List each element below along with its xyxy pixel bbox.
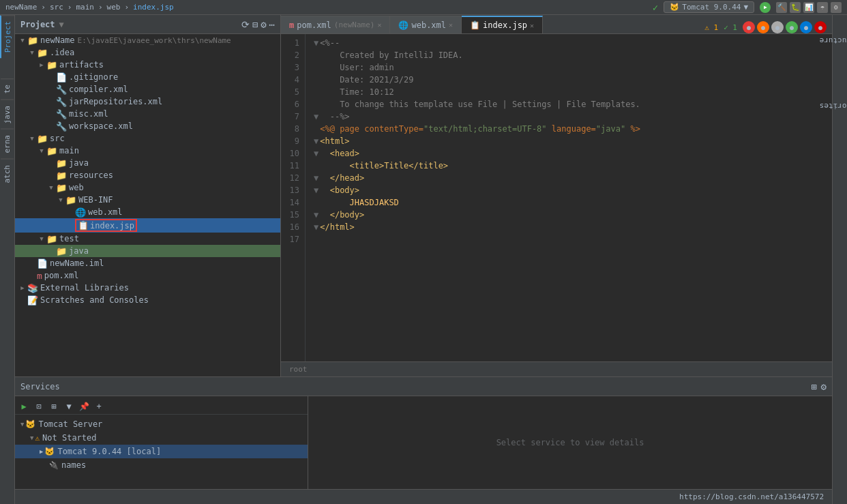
svc-item-tomcat-local[interactable]: ▶ 🐱 Tomcat 9.0.44 [local]: [15, 445, 308, 458]
status-bar: https://blog.csdn.net/a136447572: [15, 489, 832, 504]
breadcrumb-project[interactable]: newName: [5, 3, 37, 12]
opera-icon[interactable]: ●: [814, 21, 827, 33]
tree-item-misc[interactable]: 🔧 misc.xml: [15, 108, 280, 120]
breadcrumb-main[interactable]: main: [76, 3, 94, 12]
tomcat-server-icon: 🐱: [25, 419, 35, 429]
code-editor[interactable]: ▼<%-- Created by IntelliJ IDEA. User: ad…: [306, 34, 832, 361]
edge-icon[interactable]: ●: [800, 21, 812, 33]
stop-all-btn[interactable]: ⊡: [33, 400, 45, 413]
top-bar-right: ✓ 🐱 Tomcat 9.0.44 ▼ 🔨 🐛 📊 ☂ ⚙: [653, 1, 842, 13]
tomcat-selector[interactable]: 🐱 Tomcat 9.0.44 ▼: [664, 1, 754, 13]
build-icon[interactable]: 🔨: [776, 2, 787, 13]
coverage-icon[interactable]: ☂: [817, 2, 828, 13]
tab-close-pom[interactable]: ✕: [377, 21, 381, 29]
pin-btn[interactable]: 📌: [78, 400, 90, 413]
left-sidebar-tabs: Project te java erna atch: [0, 15, 15, 504]
tree-arrow: ▼: [27, 49, 37, 56]
tree-item-test[interactable]: ▼ 📁 test: [15, 233, 280, 245]
svc-item-not-started[interactable]: ▼ ⚠ Not Started: [15, 431, 308, 445]
scratches-icon: 📝: [27, 295, 38, 306]
tree-item-webxml[interactable]: 🌐 web.xml: [15, 206, 280, 218]
tree-item-jarrepo[interactable]: 🔧 jarRepositories.xml: [15, 95, 280, 108]
selected-file-highlight: 📋 index.jsp: [75, 219, 137, 232]
sidebar-tab-java[interactable]: java: [1, 100, 14, 130]
tree-item-iml[interactable]: 📄 newName.iml: [15, 257, 280, 269]
svc-label: Not Started: [42, 433, 96, 443]
tree-item-compiler[interactable]: 🔧 compiler.xml: [15, 83, 280, 95]
webxml-icon: 🌐: [75, 207, 86, 218]
tree-item-idea[interactable]: ▼ 📁 .idea: [15, 46, 280, 59]
tab-bar: m pom.xml (newName) ✕ 🌐 web.xml ✕ 📋: [281, 15, 832, 34]
tree-item-workspace[interactable]: 🔧 workspace.xml: [15, 120, 280, 132]
tree-label: jarRepositories.xml: [69, 97, 162, 106]
root-status: root: [289, 365, 308, 374]
svc-item-tomcat-server[interactable]: ▼ 🐱 Tomcat Server: [15, 417, 308, 431]
collapse-icon[interactable]: ⊟: [252, 19, 258, 30]
tab-webxml[interactable]: 🌐 web.xml ✕: [390, 16, 462, 33]
resources-folder-icon: 📁: [56, 171, 67, 181]
project-dropdown-icon[interactable]: ▼: [59, 20, 64, 29]
tree-label: .gitignore: [69, 72, 118, 82]
tabs-left: m pom.xml (newName) ✕ 🌐 web.xml ✕ 📋: [281, 16, 543, 33]
java-folder-icon: 📁: [56, 158, 67, 168]
xml-icon: 🔧: [56, 85, 67, 95]
chrome-icon[interactable]: ●: [743, 21, 755, 33]
breadcrumb-src[interactable]: src: [50, 3, 63, 12]
sidebar-tab-project[interactable]: Project: [0, 15, 14, 58]
right-tab-structure[interactable]: Structure: [814, 34, 847, 47]
tree-label: web.xml: [88, 207, 123, 217]
tree-label: src: [50, 134, 65, 143]
debug-icon[interactable]: 🐛: [790, 2, 801, 13]
tree-item-resources[interactable]: 📁 resources: [15, 169, 280, 181]
sync-icon[interactable]: ⟳: [241, 19, 250, 30]
editor-content: 12345 678910 1112131415 1617 ▼<%-- Creat…: [281, 34, 832, 361]
tree-item-gitignore[interactable]: 📄 .gitignore: [15, 71, 280, 83]
run-button[interactable]: [760, 2, 771, 13]
gear-icon[interactable]: ⋯: [269, 19, 275, 30]
tree-label: artifacts: [59, 60, 104, 70]
tab-indexjsp[interactable]: 📋 index.jsp ✕: [462, 16, 543, 33]
firefox-icon[interactable]: ●: [757, 21, 769, 33]
services-expand-icon[interactable]: ⊞: [811, 381, 816, 392]
tree-item-indexjsp[interactable]: 📋 index.jsp: [15, 218, 280, 233]
profile-icon[interactable]: 📊: [803, 2, 814, 13]
tree-item-java[interactable]: 📁 java: [15, 157, 280, 169]
svc-item-names[interactable]: 🔌 names: [15, 458, 308, 472]
settings-icon[interactable]: ⚙: [831, 2, 842, 13]
right-tab-favorites[interactable]: Favorites: [814, 100, 847, 113]
project-panel: Project ▼ ⟳ ⊟ ⚙ ⋯ ▼ 📁: [15, 15, 281, 376]
tree-item-webinf[interactable]: ▼ 📁 WEB-INF: [15, 194, 280, 206]
tree-item-test-java[interactable]: 📁 java: [15, 245, 280, 257]
run-svc-btn[interactable]: ▶: [18, 400, 30, 413]
tree-item-src[interactable]: ▼ 📁 src: [15, 132, 280, 145]
filter-btn[interactable]: ⊞: [48, 400, 60, 413]
tab-pomxml[interactable]: m pom.xml (newName) ✕: [281, 16, 390, 33]
filter2-btn[interactable]: ▼: [63, 400, 75, 413]
sidebar-tab-favorites[interactable]: te: [1, 78, 14, 99]
tree-label: web: [69, 183, 84, 192]
settings-icon[interactable]: ⚙: [261, 19, 266, 30]
tab-close-webxml[interactable]: ✕: [449, 21, 453, 29]
services-settings-icon[interactable]: ⚙: [821, 381, 827, 392]
chrome-green-icon[interactable]: ●: [786, 21, 798, 33]
sidebar-tab-atch[interactable]: atch: [1, 159, 14, 189]
top-bar: newName › src › main › web › index.jsp ✓…: [0, 0, 847, 15]
tree-item-web[interactable]: ▼ 📁 web: [15, 181, 280, 194]
tree-arrow: ▼: [56, 196, 65, 203]
tree-label: java: [69, 246, 89, 256]
safari-icon[interactable]: ●: [771, 21, 784, 33]
vcs-icon[interactable]: ✓: [653, 2, 658, 13]
folder-icon: 📁: [65, 195, 76, 205]
tree-item-root[interactable]: ▼ 📁 newName E:\javaEE\javaee_work\thrs\n…: [15, 34, 280, 46]
tree-item-artifacts[interactable]: ▶ 📁 artifacts: [15, 59, 280, 71]
tree-item-pomxml[interactable]: m pom.xml: [15, 269, 280, 282]
sidebar-tab-erna[interactable]: erna: [1, 129, 14, 159]
breadcrumb-web[interactable]: web: [107, 3, 121, 12]
tab-close-indexjsp[interactable]: ✕: [530, 22, 534, 29]
tree-item-main[interactable]: ▼ 📁 main: [15, 145, 280, 157]
services-detail: Select service to view details: [308, 396, 832, 489]
add-btn[interactable]: +: [93, 400, 105, 413]
tree-item-scratches[interactable]: 📝 Scratches and Consoles: [15, 294, 280, 306]
breadcrumb-file[interactable]: index.jsp: [133, 3, 174, 12]
tree-item-extlib[interactable]: ▶ 📚 External Libraries: [15, 282, 280, 294]
